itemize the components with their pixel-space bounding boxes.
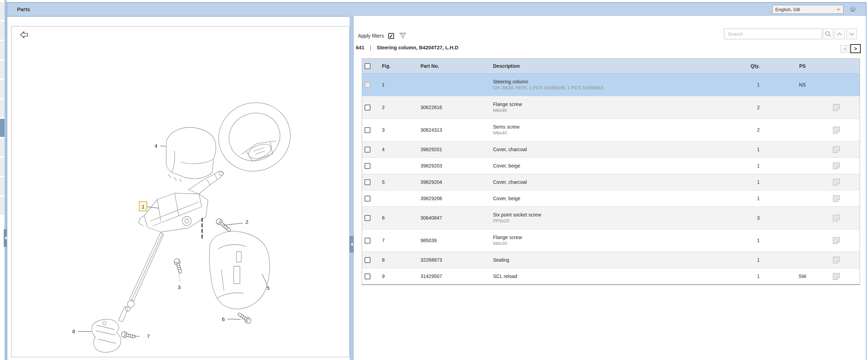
table-row[interactable]: 39829206 Cover, beige 1 bbox=[362, 190, 860, 207]
side-rail-item[interactable] bbox=[0, 41, 5, 59]
description-text: Sems screw bbox=[493, 124, 700, 130]
qty-cell: 1 bbox=[700, 163, 762, 169]
note-icon[interactable] bbox=[833, 179, 840, 186]
side-rail-item[interactable] bbox=[0, 60, 5, 79]
side-rail-item[interactable] bbox=[0, 177, 5, 195]
steering-shaft-sketch bbox=[118, 232, 164, 322]
col-header-fig: Fig. bbox=[379, 63, 418, 69]
ps-cell: NS bbox=[762, 82, 828, 88]
cover-5-sketch bbox=[209, 231, 269, 309]
row-checkbox[interactable] bbox=[365, 105, 370, 111]
diagram-callout-5[interactable]: 5 bbox=[267, 285, 269, 291]
search-prev-button[interactable] bbox=[834, 28, 845, 39]
apply-filters-checkbox[interactable]: ✓ bbox=[388, 33, 394, 39]
bolt-7-sketch bbox=[121, 331, 136, 339]
note-icon[interactable] bbox=[833, 162, 840, 170]
description-text: Cover, charcoal bbox=[493, 179, 700, 185]
diagram-callout-6[interactable]: 6 bbox=[222, 316, 225, 322]
panel-splitter[interactable] bbox=[350, 16, 354, 360]
steering-wheel-sketch bbox=[209, 92, 300, 181]
search-button[interactable] bbox=[823, 28, 833, 39]
table-row[interactable]: 7 985039 Flange screw M8x30 1 bbox=[362, 229, 860, 252]
description-cell: Cover, charcoal bbox=[491, 146, 700, 153]
side-rail-item-active[interactable] bbox=[0, 119, 5, 137]
note-icon[interactable] bbox=[833, 256, 840, 264]
col-header-qty: Qty. bbox=[700, 63, 762, 69]
part-no-cell: 39829203 bbox=[418, 163, 491, 169]
row-checkbox[interactable] bbox=[365, 196, 370, 202]
chevron-right-icon: > bbox=[854, 46, 857, 51]
row-checkbox[interactable] bbox=[365, 273, 370, 279]
table-row[interactable]: 2 30622616 Flange screw M8x90 2 bbox=[362, 96, 860, 119]
table-row[interactable]: 1 Steering column CH -5639, REPL 1 PCS 3… bbox=[362, 74, 860, 96]
row-checkbox[interactable] bbox=[365, 179, 370, 185]
part-no-cell: 39829206 bbox=[418, 196, 491, 201]
breadcrumb: 641 | Steering column, B4204T27, L.H.D bbox=[356, 44, 458, 51]
search-input[interactable] bbox=[724, 28, 822, 39]
side-rail-item[interactable] bbox=[0, 80, 5, 98]
coupling-sketch bbox=[92, 319, 121, 352]
note-icon[interactable] bbox=[833, 126, 840, 134]
table-row[interactable]: 39829203 Cover, beige 1 bbox=[362, 158, 860, 174]
note-icon[interactable] bbox=[833, 214, 840, 222]
next-page-button[interactable]: > bbox=[850, 44, 861, 53]
search-next-button[interactable] bbox=[846, 28, 857, 39]
qty-cell: 1 bbox=[700, 257, 762, 263]
filter-icon[interactable] bbox=[399, 32, 407, 39]
table-row[interactable]: 5 39829204 Cover, charcoal 1 bbox=[362, 174, 860, 190]
diagram-callout-8[interactable]: 8 bbox=[72, 328, 75, 334]
diagram-callout-1[interactable]: 1 bbox=[142, 204, 144, 210]
row-checkbox[interactable] bbox=[365, 215, 370, 221]
row-checkbox[interactable] bbox=[365, 163, 370, 169]
side-rail-item[interactable] bbox=[0, 22, 5, 40]
diagram-callout-3[interactable]: 3 bbox=[178, 284, 181, 290]
table-row[interactable]: 3 30624313 Sems screw M8x40 2 bbox=[362, 119, 860, 141]
diagram-callout-2[interactable]: 2 bbox=[245, 219, 248, 225]
row-checkbox[interactable] bbox=[365, 127, 370, 133]
note-icon[interactable] bbox=[833, 273, 840, 280]
note-icon[interactable] bbox=[833, 146, 840, 153]
note-icon[interactable] bbox=[833, 237, 840, 244]
side-rail-item[interactable] bbox=[0, 158, 5, 176]
select-all-checkbox[interactable] bbox=[365, 63, 370, 69]
print-button[interactable] bbox=[848, 5, 858, 14]
note-icon[interactable] bbox=[833, 104, 840, 111]
chevron-left-icon: < bbox=[844, 46, 846, 52]
row-checkbox[interactable] bbox=[365, 82, 370, 88]
fig-cell: 3 bbox=[379, 127, 418, 133]
row-checkbox[interactable] bbox=[365, 257, 370, 263]
description-subtext: M8x30 bbox=[493, 240, 700, 247]
table-row[interactable]: 8 32268873 Sealing 1 bbox=[362, 252, 860, 268]
titlebar: Parts English, GB bbox=[7, 3, 866, 17]
language-select[interactable]: English, GB bbox=[772, 5, 844, 14]
description-text: Flange screw bbox=[493, 101, 700, 107]
note-icon[interactable] bbox=[833, 195, 840, 202]
qty-cell: 1 bbox=[700, 238, 762, 243]
prev-page-button[interactable]: < bbox=[840, 45, 850, 53]
table-row[interactable]: 6 30640847 Six point socket screw PF5x20… bbox=[362, 207, 860, 229]
language-select-value: English, GB bbox=[775, 7, 800, 12]
description-cell: Flange screw M8x90 bbox=[491, 101, 700, 114]
description-text: Cover, beige bbox=[493, 163, 700, 169]
row-checkbox[interactable] bbox=[365, 238, 370, 244]
screen: Parts English, GB bbox=[0, 0, 868, 360]
description-cell: Cover, beige bbox=[491, 163, 700, 169]
diagram-callout-4[interactable]: 4 bbox=[155, 143, 157, 149]
bolt-6-sketch bbox=[236, 311, 252, 325]
chevron-left-icon bbox=[351, 243, 353, 246]
description-cell: Flange screw M8x30 bbox=[491, 234, 700, 247]
row-checkbox[interactable] bbox=[365, 147, 370, 153]
chevron-down-icon bbox=[849, 32, 854, 36]
leader-lines bbox=[78, 146, 267, 336]
side-rail-item[interactable] bbox=[0, 2, 5, 20]
side-rail-item[interactable] bbox=[0, 138, 5, 156]
qty-cell: 2 bbox=[700, 105, 762, 110]
table-row[interactable]: 9 31429507 SCL reload 1 SW bbox=[362, 268, 860, 284]
diagram-callout-7[interactable]: 7 bbox=[147, 333, 150, 339]
side-rail-item[interactable] bbox=[0, 197, 5, 215]
table-header-row: Fig. Part No. Description Qty. PS bbox=[362, 59, 860, 74]
fig-cell: 4 bbox=[379, 147, 418, 152]
side-rail-item[interactable] bbox=[0, 99, 5, 117]
printer-icon bbox=[850, 5, 856, 14]
table-row[interactable]: 4 39829201 Cover, charcoal 1 bbox=[362, 141, 860, 158]
